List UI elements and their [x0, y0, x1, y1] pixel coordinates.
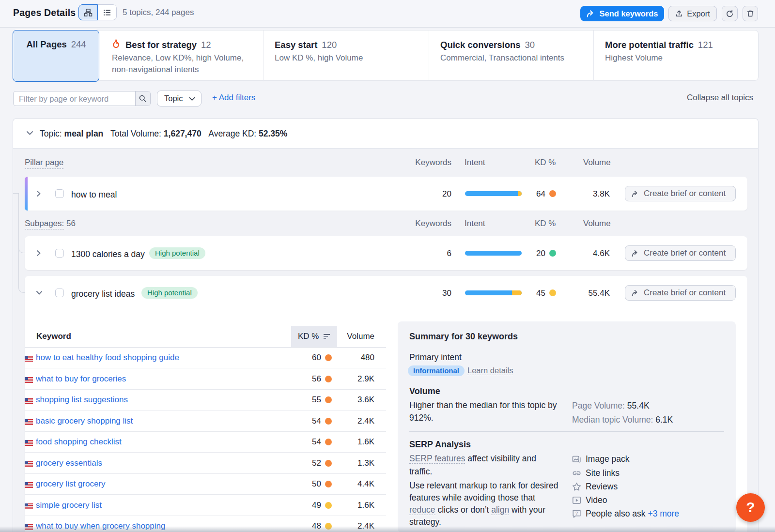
- svg-text:?: ?: [575, 510, 578, 516]
